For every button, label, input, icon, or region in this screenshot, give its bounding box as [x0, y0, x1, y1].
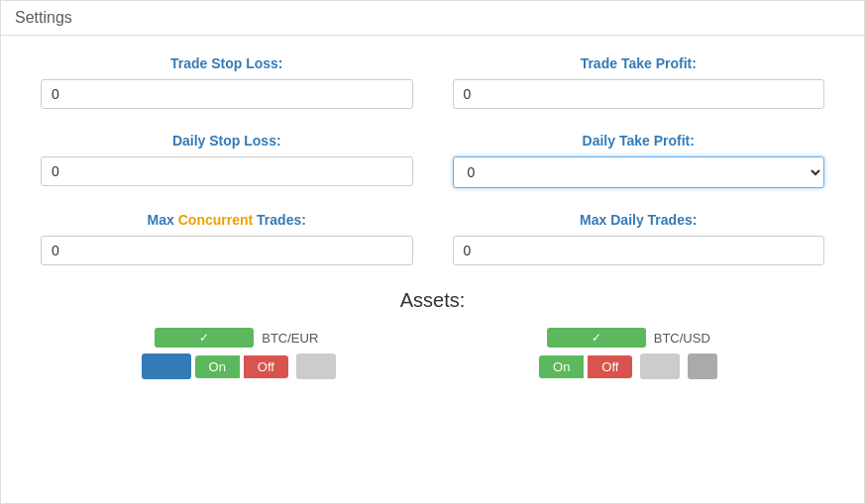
assets-row: ✓ BTC/EUR On Off ✓ [41, 328, 824, 379]
daily-stop-loss-label: Daily Stop Loss: [172, 133, 281, 149]
daily-take-profit-select[interactable]: 0 [453, 156, 825, 188]
trade-take-profit-input[interactable] [453, 79, 825, 109]
asset-btcusd-off-button[interactable]: Off [588, 355, 632, 378]
asset-btcusd-toggle-bar[interactable]: ✓ [547, 328, 646, 348]
assets-section: Assets: ✓ BTC/EUR On Off [41, 289, 824, 379]
asset-btceur-on-button[interactable]: On [195, 355, 240, 378]
asset-item-btcusd: ✓ BTC/USD On Off [433, 328, 825, 379]
trade-take-profit-label: Trade Take Profit: [581, 55, 697, 71]
asset-btcusd-controls: On Off [539, 353, 717, 379]
btcusd-checkmark: ✓ [592, 331, 601, 345]
daily-stop-loss-group: Daily Stop Loss: [41, 133, 413, 188]
trade-stop-loss-label: Trade Stop Loss: [170, 55, 283, 71]
daily-take-profit-label: Daily Take Profit: [583, 133, 695, 149]
asset-btcusd-on-button[interactable]: On [539, 355, 584, 378]
max-concurrent-trades-input[interactable] [41, 236, 413, 265]
btceur-checkmark: ✓ [199, 331, 209, 345]
asset-btcusd-header: ✓ BTC/USD [547, 328, 710, 348]
max-daily-trades-input[interactable] [453, 236, 825, 265]
trade-stop-loss-input[interactable] [41, 79, 413, 109]
asset-btceur-header: ✓ BTC/EUR [155, 328, 318, 348]
asset-btceur-controls: On Off [138, 353, 336, 379]
asset-btcusd-name: BTC/USD [654, 331, 710, 346]
form-row-1: Trade Stop Loss: Trade Take Profit: [41, 55, 824, 109]
trade-take-profit-group: Trade Take Profit: [453, 55, 825, 109]
daily-take-profit-group: Daily Take Profit: 0 [453, 133, 825, 188]
max-concurrent-trades-label: Max Concurrent Trades: [148, 212, 306, 228]
form-row-3: Max Concurrent Trades: Max Daily Trades: [41, 212, 824, 265]
trade-stop-loss-group: Trade Stop Loss: [41, 55, 413, 109]
asset-btcusd-slider[interactable] [640, 353, 680, 379]
asset-btceur-toggle-bar[interactable]: ✓ [155, 328, 254, 348]
max-daily-trades-group: Max Daily Trades: [453, 212, 825, 265]
asset-btceur-blue-button[interactable] [142, 353, 191, 379]
asset-btceur-slider[interactable] [296, 353, 336, 379]
asset-btceur-off-button[interactable]: Off [244, 355, 288, 378]
form-row-2: Daily Stop Loss: Daily Take Profit: 0 [41, 133, 824, 188]
asset-btcusd-gray-button[interactable] [688, 353, 717, 379]
daily-stop-loss-input[interactable] [41, 156, 413, 186]
concurrent-highlight: Concurrent [178, 212, 253, 228]
page-title: Settings [15, 9, 850, 27]
max-daily-trades-label: Max Daily Trades: [580, 212, 697, 228]
max-concurrent-trades-group: Max Concurrent Trades: [41, 212, 413, 265]
asset-item-btceur: ✓ BTC/EUR On Off [41, 328, 433, 379]
assets-title: Assets: [41, 289, 824, 312]
asset-btceur-name: BTC/EUR [262, 331, 318, 346]
